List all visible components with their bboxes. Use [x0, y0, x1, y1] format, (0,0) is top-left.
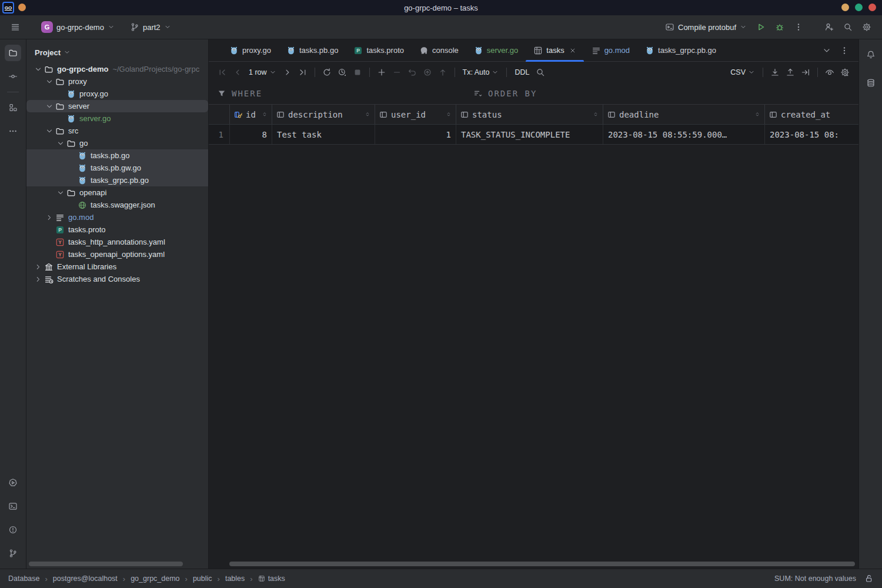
breadcrumb-item-database[interactable]: Database: [8, 574, 40, 583]
first-page-button[interactable]: [215, 65, 230, 80]
export-button[interactable]: [783, 65, 798, 80]
tab-tasks[interactable]: tasks: [526, 39, 583, 61]
debug-button[interactable]: [771, 19, 788, 35]
project-widget[interactable]: G go-grpc-demo: [38, 19, 118, 35]
tree-item-tasks-proto[interactable]: Ptasks.proto: [26, 223, 208, 236]
tree-item-tasks-pb-go[interactable]: tasks.pb.go: [26, 149, 208, 162]
main-menu-button[interactable]: [7, 19, 24, 35]
more-actions-button[interactable]: [790, 19, 807, 35]
tab-tasks-grpc-pb-go[interactable]: tasks_grpc.pb.go: [637, 39, 724, 61]
breadcrumb-item-tasks[interactable]: tasks: [258, 574, 285, 583]
tx-mode-selector[interactable]: Tx: Auto: [459, 65, 503, 80]
next-page-button[interactable]: [280, 65, 295, 80]
rows-selector[interactable]: 1 row: [245, 65, 280, 80]
auto-refresh-button[interactable]: [335, 65, 350, 80]
tree-item-tasks-pb-gw-go[interactable]: tasks.pb.gw.go: [26, 162, 208, 174]
breadcrumb-item-tables[interactable]: tables: [225, 574, 245, 583]
preview-changes-button[interactable]: [420, 65, 435, 80]
tree-item-go-grpc-demo[interactable]: go-grpc-demo~/GolandProjects/go-grpc: [26, 63, 208, 75]
git-tool-button[interactable]: [5, 545, 21, 562]
cell-description[interactable]: Test task: [272, 125, 375, 144]
breadcrumb-item-public[interactable]: public: [193, 574, 212, 583]
terminal-tool-button[interactable]: [5, 498, 21, 514]
tab-tasks-pb-go[interactable]: tasks.pb.go: [279, 39, 346, 61]
view-options-button[interactable]: [822, 65, 837, 80]
last-page-button[interactable]: [295, 65, 310, 80]
unlock-icon[interactable]: [864, 574, 874, 583]
import-button[interactable]: [767, 65, 783, 80]
add-row-button[interactable]: [374, 65, 389, 80]
problems-tool-button[interactable]: [5, 522, 21, 538]
breadcrumb-item-go-grpc-demo[interactable]: go_grpc_demo: [131, 574, 179, 583]
tree-item-proxy[interactable]: proxy: [26, 75, 208, 88]
tree-item-server-go[interactable]: server.go: [26, 112, 208, 125]
chevron-right-icon[interactable]: [32, 263, 44, 271]
more-tools-button[interactable]: [5, 123, 21, 139]
column-header-id[interactable]: id: [229, 105, 272, 124]
row-number[interactable]: 1: [209, 125, 229, 144]
stop-button[interactable]: [350, 65, 365, 80]
grid-settings-button[interactable]: [837, 65, 853, 80]
column-header-created_at[interactable]: created_at: [764, 105, 858, 124]
maximize-button[interactable]: [855, 4, 863, 11]
notifications-button[interactable]: [863, 46, 879, 63]
structure-tool-button[interactable]: [5, 99, 21, 116]
column-header-status[interactable]: status: [456, 105, 603, 124]
column-header-deadline[interactable]: deadline: [603, 105, 764, 124]
tree-item-external-libraries[interactable]: External Libraries: [26, 260, 208, 273]
delete-row-button[interactable]: [389, 65, 405, 80]
tree-item-tasks-swagger-json[interactable]: tasks.swagger.json: [26, 199, 208, 211]
tree-item-server[interactable]: server: [26, 100, 208, 112]
settings-button[interactable]: [858, 19, 875, 35]
run-button[interactable]: [753, 19, 769, 35]
submit-button[interactable]: [435, 65, 450, 80]
tab-options-icon[interactable]: [840, 46, 849, 55]
code-with-me-button[interactable]: [821, 19, 837, 35]
tree-item-tasks-openapi-options-yaml[interactable]: Ytasks_openapi_options.yaml: [26, 248, 208, 260]
tab-tasks-proto[interactable]: Ptasks.proto: [346, 39, 412, 61]
tree-item-tasks-http-annotations-yaml[interactable]: Ytasks_http_annotations.yaml: [26, 236, 208, 248]
tree-item-tasks-grpc-pb-go[interactable]: tasks_grpc.pb.go: [26, 174, 208, 186]
tab-console[interactable]: console: [412, 39, 466, 61]
chevron-down-icon[interactable]: [55, 139, 66, 148]
chevron-down-icon[interactable]: [44, 127, 55, 135]
search-everywhere-button[interactable]: [840, 19, 856, 35]
cell-created_at[interactable]: 2023-08-15 08:: [764, 125, 858, 144]
commit-tool-button[interactable]: [5, 68, 21, 85]
run-configuration-selector[interactable]: Compile protobuf: [662, 19, 750, 35]
minimize-button[interactable]: [841, 4, 849, 11]
close-icon[interactable]: [569, 47, 576, 54]
project-panel-header[interactable]: Project: [26, 44, 208, 61]
ddl-button[interactable]: DDL: [511, 65, 533, 80]
cell-deadline[interactable]: 2023-08-15 08:55:59.000…: [603, 125, 764, 144]
tab-list-chevron-icon[interactable]: [822, 46, 831, 55]
where-filter[interactable]: WHERE: [217, 89, 262, 98]
search-rows-button[interactable]: [533, 65, 548, 80]
tab-proxy-go[interactable]: proxy.go: [222, 39, 279, 61]
tree-item-go[interactable]: go: [26, 137, 208, 149]
branch-widget[interactable]: part2: [126, 19, 175, 35]
export-format-selector[interactable]: CSV: [727, 65, 759, 80]
pin-button[interactable]: [798, 65, 813, 80]
revert-button[interactable]: [405, 65, 420, 80]
chevron-down-icon[interactable]: [55, 189, 66, 197]
grid-hscrollbar[interactable]: [229, 562, 855, 566]
close-window-button[interactable]: [868, 4, 876, 11]
project-panel-hscrollbar[interactable]: [29, 562, 183, 566]
chevron-down-icon[interactable]: [44, 102, 55, 111]
chevron-down-icon[interactable]: [44, 78, 55, 86]
tree-item-go-mod[interactable]: go.mod: [26, 211, 208, 223]
tree-item-src[interactable]: src: [26, 125, 208, 137]
chevron-down-icon[interactable]: [32, 65, 44, 74]
column-header-description[interactable]: description: [272, 105, 375, 124]
database-tool-button[interactable]: [863, 75, 879, 91]
tree-item-proxy-go[interactable]: proxy.go: [26, 88, 208, 100]
tree-item-openapi[interactable]: openapi: [26, 186, 208, 199]
chevron-right-icon[interactable]: [32, 275, 44, 283]
prev-page-button[interactable]: [230, 65, 245, 80]
tab-server-go[interactable]: server.go: [466, 39, 526, 61]
cell-user_id[interactable]: 1: [375, 125, 456, 144]
tree-item-scratches-and-consoles[interactable]: Scratches and Consoles: [26, 273, 208, 285]
run-tool-button[interactable]: [5, 475, 21, 491]
breadcrumb-item-postgres-localhost[interactable]: postgres@localhost: [53, 574, 118, 583]
